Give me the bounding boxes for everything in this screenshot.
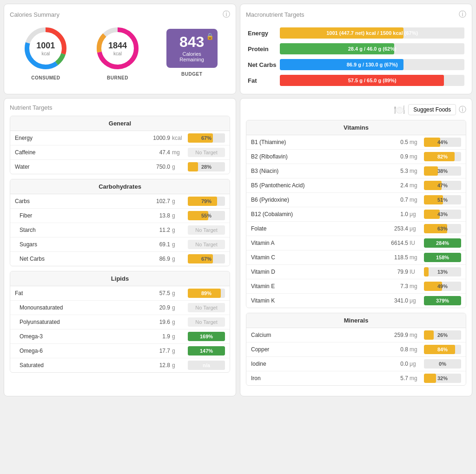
budget-container: 🔒 843 Calories Remaining BUDGET <box>166 29 218 77</box>
vm-unit: μg <box>408 211 421 217</box>
vm-bar-text: 38% <box>437 168 448 174</box>
macro-targets-card: Macronutrient Targets ⓘ Energy 1001 (447… <box>240 4 472 94</box>
vm-value: 2.4 <box>383 182 408 189</box>
nutrient-name: Saturated <box>20 362 142 369</box>
nutrient-bar-wrap: 28% <box>188 162 225 171</box>
macro-info-icon[interactable]: ⓘ <box>459 10 466 20</box>
macro-label: Energy <box>246 25 278 41</box>
macro-label: Protein <box>246 41 278 57</box>
nutrient-bar-wrap: n/a <box>188 361 225 370</box>
calories-summary-title: Calories Summary <box>10 11 60 18</box>
nutrient-bar-label: 67% <box>201 135 212 141</box>
nutrient-row: Caffeine 47.4 mg No Target <box>10 145 230 160</box>
macro-bar-cell: 57.5 g / 65.0 g (89%) <box>278 72 466 88</box>
no-target-label: No Target <box>188 240 225 249</box>
general-section: General Energy 1000.9 kcal 67% Caffeine … <box>10 116 230 174</box>
no-target-label: No Target <box>188 148 225 157</box>
nutrient-value: 1000.9 <box>142 135 170 141</box>
nutrient-name: Omega-3 <box>20 333 142 340</box>
vm-name: Calcium <box>251 332 383 338</box>
vm-unit: μg <box>408 297 421 304</box>
vm-unit: IU <box>408 269 421 275</box>
suggest-foods-button[interactable]: Suggest Foods <box>408 104 456 115</box>
burned-unit: kcal <box>108 51 127 56</box>
budget-text: Calories Remaining <box>174 51 210 62</box>
vm-row: Vitamin C 118.5 mg 158% <box>246 250 466 265</box>
nutrient-bar-wrap: 169% <box>188 332 225 341</box>
vm-unit: mg <box>408 139 421 145</box>
vm-value: 79.9 <box>383 269 408 275</box>
vm-value: 0.7 <box>383 197 408 203</box>
vm-bar-fill <box>424 330 434 340</box>
budget-box: 🔒 843 Calories Remaining <box>166 29 218 68</box>
vm-bar-wrap: 82% <box>424 152 461 161</box>
nutrient-unit: g <box>170 241 184 248</box>
carbohydrates-section: Carbohydrates Carbs 102.7 g 79% Fiber 13… <box>10 179 230 266</box>
vm-row: Vitamin E 7.3 mg 49% <box>246 279 466 294</box>
vm-name: Iron <box>251 375 383 382</box>
nutrient-row: Fat 57.5 g 89% <box>10 286 230 301</box>
nutrient-name: Water <box>15 164 142 170</box>
vm-value: 0.5 <box>383 139 408 145</box>
lipids-title: Lipids <box>10 271 230 286</box>
nutrient-unit: g <box>170 227 184 233</box>
vm-bar-text: 49% <box>437 283 448 289</box>
nutrient-row: Water 750.0 g 28% <box>10 160 230 174</box>
vm-unit: IU <box>408 240 421 246</box>
carbohydrates-title: Carbohydrates <box>10 179 230 194</box>
consumed-value: 1001 <box>36 41 55 51</box>
nutrient-unit: g <box>170 164 184 170</box>
vm-bar-wrap: 13% <box>424 267 461 276</box>
vm-bar-text: 0% <box>439 361 446 367</box>
nutrient-bar-label: 67% <box>201 256 212 262</box>
nutrient-row: Fiber 13.8 g 55% <box>10 209 230 223</box>
consumed-donut: 1001 kcal <box>22 25 69 72</box>
nutrient-unit: g <box>170 319 184 325</box>
vm-value: 118.5 <box>383 254 408 261</box>
suggest-info-icon[interactable]: ⓘ <box>459 105 466 115</box>
vm-row: B6 (Pyridoxine) 0.7 mg 51% <box>246 193 466 207</box>
budget-label: BUDGET <box>181 72 202 77</box>
no-target-label: No Target <box>188 225 225 235</box>
vm-bar-fill <box>424 166 438 176</box>
nutrient-name: Caffeine <box>15 149 142 156</box>
vm-name: B12 (Cobalamin) <box>251 211 383 217</box>
macro-bar-wrap: 1001 (447.7 net) kcal / 1500 kcal (67%) <box>280 27 464 39</box>
vm-bar-wrap: 38% <box>424 166 461 176</box>
macro-bar-text: 1001 (447.7 net) kcal / 1500 kcal (67%) <box>280 30 464 36</box>
nutrient-value: 13.8 <box>142 212 170 219</box>
nutrient-bar-label: n/a <box>203 362 210 368</box>
suggest-foods-label: Suggest Foods <box>413 106 451 113</box>
vm-unit: mg <box>408 197 421 203</box>
vm-name: Vitamin E <box>251 283 383 290</box>
burned-value: 1844 <box>108 41 127 51</box>
vm-bar-text: 284% <box>436 240 449 246</box>
calories-info-icon[interactable]: ⓘ <box>223 10 230 20</box>
vm-bar-text: 44% <box>437 139 448 145</box>
macro-bar-cell: 28.4 g / 46.0 g (62%) <box>278 41 466 57</box>
vm-row: Folate 253.4 μg 63% <box>246 222 466 236</box>
vm-bar-fill <box>424 374 436 383</box>
vm-row: Calcium 259.9 mg 26% <box>246 328 466 342</box>
vm-row: Vitamin D 79.9 IU 13% <box>246 265 466 279</box>
nutrient-name: Starch <box>20 227 142 233</box>
macro-bar-wrap: 57.5 g / 65.0 g (89%) <box>280 75 464 86</box>
nutrient-name: Carbs <box>15 198 142 204</box>
no-target-label: No Target <box>188 303 225 312</box>
vm-row: B1 (Thiamine) 0.5 mg 44% <box>246 135 466 150</box>
nutrient-name: Omega-6 <box>20 348 142 354</box>
vm-bar-wrap: 158% <box>424 253 461 262</box>
nutrient-value: 86.9 <box>142 256 170 262</box>
vm-bar-text: 26% <box>437 332 448 338</box>
nutrient-unit: g <box>170 348 184 354</box>
nutrient-bar-wrap: 79% <box>188 197 225 206</box>
nutrient-name: Fat <box>15 290 142 296</box>
nutrient-value: 47.4 <box>142 149 170 156</box>
macro-bar-text: 57.5 g / 65.0 g (89%) <box>280 78 464 83</box>
nutrient-row: Sugars 69.1 g No Target <box>10 237 230 252</box>
vm-bar-text: 63% <box>437 226 448 231</box>
nutrient-bar-label: 147% <box>200 348 213 354</box>
vm-row: B12 (Cobalamin) 1.0 μg 43% <box>246 207 466 222</box>
vm-value: 5.7 <box>383 375 408 382</box>
vm-unit: mg <box>408 254 421 261</box>
